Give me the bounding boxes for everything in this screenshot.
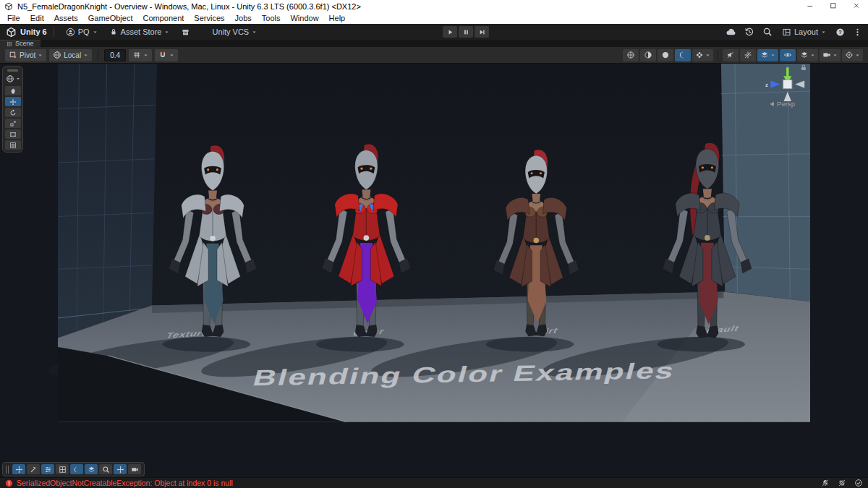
- help-icon: ?: [835, 27, 845, 37]
- tool-context-dropdown[interactable]: [6, 74, 20, 83]
- render-mode-unlit-button[interactable]: [658, 49, 673, 61]
- flare-toggle-button[interactable]: [740, 49, 756, 61]
- caret-down-icon: [855, 53, 860, 58]
- menu-component[interactable]: Component: [137, 14, 189, 22]
- tool-settings-button[interactable]: [41, 464, 54, 474]
- menu-tools[interactable]: Tools: [257, 14, 286, 22]
- rotate-tool-button[interactable]: [5, 108, 21, 117]
- tool-buttons: [5, 86, 21, 150]
- render-mode-shaded-wire-button[interactable]: [640, 49, 656, 61]
- overlay-drag-handle[interactable]: [7, 69, 18, 72]
- minimize-button[interactable]: [799, 0, 822, 12]
- overlay-drag-handle[interactable]: [6, 466, 9, 474]
- layout-dropdown[interactable]: Layout: [780, 26, 827, 38]
- menu-edit[interactable]: Edit: [25, 14, 49, 22]
- menu-services[interactable]: Services: [189, 14, 229, 22]
- pause-button[interactable]: [459, 26, 473, 38]
- notifications-muted-icon[interactable]: [821, 479, 830, 487]
- tab-scene[interactable]: Scene: [0, 40, 41, 47]
- scene-3d-canvas[interactable]: TextureColorDirtDefault Blending Color E…: [0, 64, 868, 477]
- scene-visibility-button[interactable]: [757, 49, 778, 61]
- scene-viewport[interactable]: TextureColorDirtDefault Blending Color E…: [0, 64, 868, 477]
- globe-icon: [53, 51, 61, 59]
- audio-mute-button[interactable]: [723, 49, 739, 61]
- step-icon: [478, 28, 486, 36]
- view-tool-button[interactable]: [5, 86, 21, 95]
- console-error-message[interactable]: SerializedObjectNotCreatableException: O…: [17, 479, 233, 487]
- move-overlay-button[interactable]: [12, 464, 25, 474]
- pickaxe-icon: [30, 466, 38, 474]
- overlay-visibility-button[interactable]: [797, 49, 818, 61]
- search-button[interactable]: [762, 27, 773, 37]
- scene-tab-icon: [7, 41, 12, 47]
- pan-overlay-button[interactable]: [114, 464, 127, 474]
- render-mode-wireframe-button[interactable]: [623, 49, 639, 61]
- hand-icon: [9, 87, 17, 95]
- grid-visibility-button[interactable]: [780, 49, 796, 61]
- caret-down-icon: [770, 53, 775, 58]
- help-button[interactable]: ?: [835, 27, 845, 37]
- menu-assets[interactable]: Assets: [49, 14, 83, 22]
- pivot-icon: [9, 51, 17, 59]
- lock-icon: [109, 27, 118, 36]
- account-label: PQ: [78, 27, 90, 36]
- effects-button[interactable]: [692, 49, 713, 61]
- account-dropdown[interactable]: PQ: [61, 26, 103, 38]
- play-button[interactable]: [443, 26, 457, 38]
- snap-settings-button[interactable]: [155, 49, 178, 61]
- menu-gameobject[interactable]: GameObject: [83, 14, 138, 22]
- menu-window[interactable]: Window: [285, 14, 323, 22]
- gizmos-button[interactable]: [842, 49, 863, 61]
- background-tasks-ok-icon[interactable]: [854, 479, 863, 487]
- rotate-icon: [9, 109, 17, 116]
- tab-bar: Scene: [0, 40, 868, 47]
- menu-help[interactable]: Help: [324, 14, 351, 22]
- persp-label[interactable]: Persp: [777, 100, 795, 108]
- cloud-services-button[interactable]: [726, 27, 736, 38]
- crescent-icon: [73, 466, 81, 474]
- layout-label: Layout: [794, 27, 818, 36]
- skybox-toggle-button[interactable]: [675, 49, 691, 61]
- divider: [98, 50, 98, 60]
- maximize-button[interactable]: [822, 0, 845, 12]
- grid-size-field[interactable]: 0.4: [104, 49, 126, 61]
- orientation-toggle[interactable]: Local: [49, 49, 92, 61]
- gizmo-center-cube[interactable]: [783, 80, 792, 89]
- camera-capture-button[interactable]: [128, 464, 141, 474]
- scene-vis-overlay-button[interactable]: [85, 464, 98, 474]
- terrain-tool-button[interactable]: [27, 464, 40, 474]
- pivot-label: Pivot: [20, 51, 35, 59]
- move-tool-button[interactable]: [5, 97, 21, 106]
- search-overlay-button[interactable]: [99, 464, 112, 474]
- pivot-toggle[interactable]: Pivot: [5, 49, 46, 61]
- menu-jobs[interactable]: Jobs: [230, 14, 257, 22]
- undo-history-button[interactable]: [744, 27, 754, 37]
- sync-disabled-icon[interactable]: [838, 479, 846, 487]
- sliders-icon: [44, 466, 52, 474]
- step-button[interactable]: [475, 26, 489, 38]
- asset-store-dropdown[interactable]: Asset Store: [104, 26, 175, 38]
- menu-file[interactable]: File: [2, 14, 25, 22]
- overflow-menu-button[interactable]: [853, 27, 862, 37]
- caret-down-icon: [833, 53, 838, 58]
- divider: [718, 50, 718, 60]
- rect-tool-button[interactable]: [5, 129, 21, 139]
- gizmo-icon: [845, 51, 854, 59]
- camera-preview-button[interactable]: [820, 49, 841, 61]
- grid-snap-button[interactable]: [129, 49, 152, 61]
- scenevis-icon: [760, 51, 769, 59]
- tools-overlay: [2, 66, 23, 153]
- grid-icon: [59, 466, 67, 474]
- scale-tool-button[interactable]: [5, 119, 21, 128]
- close-icon: [853, 2, 861, 10]
- view-options-button[interactable]: [70, 464, 83, 474]
- transform-tool-button[interactable]: [5, 140, 21, 150]
- caret-down-icon: [705, 53, 710, 58]
- package-manager-button[interactable]: [176, 26, 195, 38]
- vcs-dropdown[interactable]: Unity VCS: [207, 26, 262, 38]
- brand-label: Unity 6: [20, 27, 47, 36]
- caret-down-icon: [16, 77, 20, 81]
- grid-snap-overlay-button[interactable]: [56, 464, 69, 474]
- close-button[interactable]: [845, 0, 868, 12]
- camera-icon: [822, 51, 831, 59]
